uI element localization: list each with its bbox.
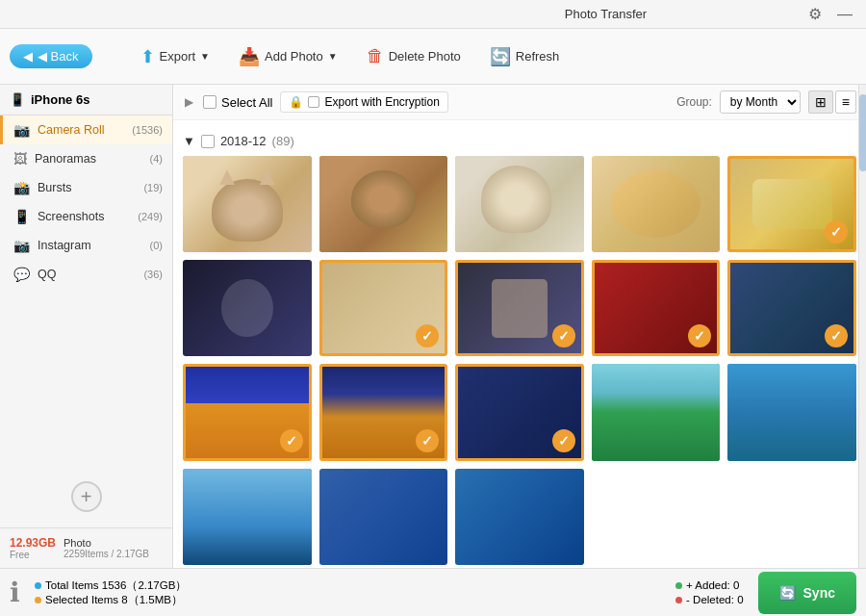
encrypt-label: Export with Encryption <box>324 95 439 109</box>
grid-view-button[interactable]: ⊞ <box>808 90 833 114</box>
select-all-label[interactable]: Select All <box>203 95 272 110</box>
back-label: ◀ Back <box>38 49 79 64</box>
check-indicator: ✓ <box>416 429 439 452</box>
sync-label: Sync <box>803 585 835 601</box>
group-select[interactable]: by Month by Day by Year <box>720 90 801 114</box>
scrollbar[interactable] <box>858 85 866 568</box>
content-area: ▶ Select All 🔒 Export with Encryption Gr… <box>173 85 866 568</box>
month-header: ▼ 2018-12 (89) <box>183 130 856 156</box>
settings-button[interactable]: ⚙ <box>804 5 826 23</box>
photo-thumb[interactable]: ✓ <box>727 156 856 252</box>
sidebar-item-label: Camera Roll <box>38 123 104 137</box>
collapse-button[interactable]: ▶ <box>183 93 195 111</box>
photo-thumb[interactable] <box>727 364 856 460</box>
encrypt-checkbox[interactable] <box>308 96 319 108</box>
sidebar-item-panoramas[interactable]: 🖼 Panoramas (4) <box>0 144 172 173</box>
check-indicator: ✓ <box>825 324 848 347</box>
device-header: 📱 iPhone 6s <box>0 85 172 116</box>
photo-thumb[interactable]: ✓ <box>592 260 721 356</box>
export-button[interactable]: ⬆ Export ▼ <box>131 41 219 72</box>
sidebar-item-qq[interactable]: 💬 QQ (36) <box>0 260 172 289</box>
panoramas-icon: 🖼 <box>13 151 27 167</box>
back-button[interactable]: ◀ ◀ Back <box>10 44 92 68</box>
sidebar-item-label: Screenshots <box>38 210 104 223</box>
export-label: Export <box>160 49 196 64</box>
photo-thumb[interactable]: ✓ <box>319 260 448 356</box>
month-count: (89) <box>272 134 294 148</box>
device-label: iPhone 6s <box>31 92 89 107</box>
storage-info: 12.93GB Free Photo 2259Items / 2.17GB <box>0 527 172 568</box>
check-indicator: ✓ <box>280 429 303 452</box>
month-label: 2018-12 <box>220 134 267 148</box>
check-indicator: ✓ <box>552 429 575 452</box>
photo-thumb[interactable]: ✓ <box>319 364 448 460</box>
added-text: + Added: 0 <box>686 579 739 591</box>
device-icon: 📱 <box>10 92 25 107</box>
sidebar-item-label: Panoramas <box>35 152 96 166</box>
sync-icon: 🔄 <box>779 585 796 601</box>
deleted-indicator <box>675 597 682 603</box>
back-icon: ◀ <box>23 49 33 64</box>
status-text-area: Total Items 1536（2.17GB） Selected Items … <box>35 578 187 607</box>
export-arrow-icon: ▼ <box>200 51 210 62</box>
photo-thumb[interactable]: ✓ <box>183 364 312 460</box>
month-collapse-icon[interactable]: ▼ <box>183 134 195 148</box>
add-photo-button[interactable]: 📥 Add Photo ▼ <box>229 41 347 72</box>
add-album-button[interactable]: + <box>71 481 102 512</box>
lock-icon: 🔒 <box>289 95 303 109</box>
list-view-button[interactable]: ≡ <box>835 90 856 114</box>
photo-thumb[interactable] <box>319 156 448 252</box>
sidebar-item-bursts[interactable]: 📸 Bursts (19) <box>0 173 172 202</box>
instagram-icon: 📷 <box>13 238 30 253</box>
photo-thumb[interactable] <box>455 469 584 565</box>
photo-thumb[interactable]: ✓ <box>727 260 856 356</box>
month-checkbox[interactable] <box>201 135 215 148</box>
storage-items: 2259Items / 2.17GB <box>64 549 149 559</box>
photo-thumb[interactable] <box>183 156 312 252</box>
minimize-button[interactable]: — <box>833 5 856 23</box>
photo-thumb[interactable] <box>455 156 584 252</box>
select-all-checkbox[interactable] <box>203 95 216 109</box>
refresh-button[interactable]: 🔄 Refresh <box>480 41 570 72</box>
camera-roll-count: (1536) <box>132 124 163 136</box>
sidebar-item-label: Bursts <box>38 181 71 194</box>
storage-gb: 12.93GB <box>10 536 56 550</box>
export-icon: ⬆ <box>140 46 155 67</box>
screenshots-count: (249) <box>138 211 163 222</box>
storage-photo-label: Photo <box>64 537 149 549</box>
selected-items-text: Selected Items 8（1.5MB） <box>45 593 183 607</box>
photo-thumb[interactable] <box>319 469 448 565</box>
photo-thumb[interactable] <box>183 469 312 565</box>
photo-thumb[interactable] <box>592 156 721 252</box>
sub-toolbar: ▶ Select All 🔒 Export with Encryption Gr… <box>173 85 866 120</box>
bursts-count: (19) <box>143 182 163 193</box>
scroll-thumb[interactable] <box>859 94 866 171</box>
bursts-icon: 📸 <box>13 180 30 195</box>
photo-thumb[interactable] <box>592 364 721 460</box>
add-photo-label: Add Photo <box>265 49 323 64</box>
delete-photo-button[interactable]: 🗑 Delete Photo <box>357 41 471 71</box>
photo-thumb[interactable]: ✓ <box>455 364 584 460</box>
add-photo-icon: 📥 <box>239 46 260 67</box>
sidebar-item-screenshots[interactable]: 📱 Screenshots (249) <box>0 202 172 231</box>
app-title: Photo Transfer <box>407 7 804 21</box>
bottom-bar: ℹ Total Items 1536（2.17GB） Selected Item… <box>0 568 866 616</box>
add-photo-arrow-icon: ▼ <box>328 51 338 62</box>
status-icon: ℹ <box>10 577 20 608</box>
sidebar-item-label: Instagram <box>38 239 91 252</box>
sidebar: 📱 iPhone 6s 📷 Camera Roll (1536) 🖼 Panor… <box>0 85 173 568</box>
encrypt-button[interactable]: 🔒 Export with Encryption <box>280 91 447 113</box>
photo-grid: ✓ ✓ ✓ <box>183 156 856 565</box>
sidebar-item-camera-roll[interactable]: 📷 Camera Roll (1536) <box>0 116 172 144</box>
select-all-text: Select All <box>221 95 272 110</box>
photo-thumb[interactable] <box>183 260 312 356</box>
photo-thumb[interactable]: ✓ <box>455 260 584 356</box>
check-indicator: ✓ <box>416 324 439 347</box>
sidebar-item-instagram[interactable]: 📷 Instagram (0) <box>0 231 172 260</box>
group-label: Group: <box>676 95 712 109</box>
instagram-count: (0) <box>150 240 163 251</box>
sync-button[interactable]: 🔄 Sync <box>758 572 856 614</box>
qq-count: (36) <box>143 269 163 280</box>
toolbar: ◀ ◀ Back ⬆ Export ▼ 📥 Add Photo ▼ 🗑 Dele… <box>0 29 866 85</box>
refresh-icon: 🔄 <box>490 46 511 67</box>
